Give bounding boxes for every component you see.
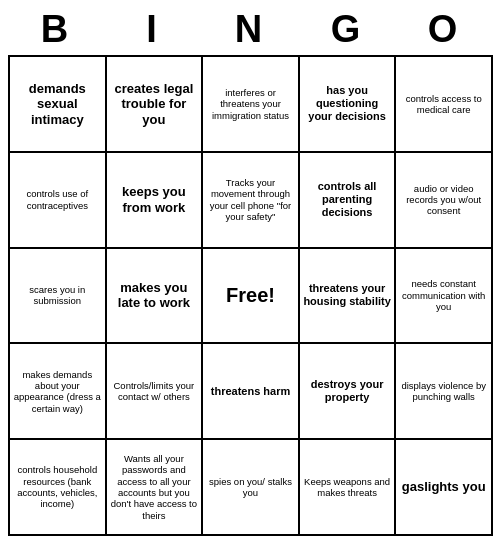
bingo-cell-14: needs constant communication with you xyxy=(396,249,493,345)
bingo-cell-18: destroys your property xyxy=(300,344,397,440)
bingo-cell-7: Tracks your movement through your cell p… xyxy=(203,153,300,249)
letter-o: O xyxy=(396,8,493,51)
bingo-cell-15: makes demands about your appearance (dre… xyxy=(10,344,107,440)
bingo-cell-0: demands sexual intimacy xyxy=(10,57,107,153)
bingo-cell-23: Keeps weapons and makes threats xyxy=(300,440,397,536)
bingo-cell-5: controls use of contraceptives xyxy=(10,153,107,249)
bingo-cell-13: threatens your housing stability xyxy=(300,249,397,345)
bingo-cell-9: audio or video records you w/out consent xyxy=(396,153,493,249)
bingo-cell-8: controls all parenting decisions xyxy=(300,153,397,249)
bingo-cell-24: gaslights you xyxy=(396,440,493,536)
bingo-cell-16: Controls/limits your contact w/ others xyxy=(107,344,204,440)
bingo-cell-2: interferes or threatens your immigration… xyxy=(203,57,300,153)
letter-b: B xyxy=(8,8,105,51)
bingo-cell-19: displays violence by punching walls xyxy=(396,344,493,440)
bingo-cell-6: keeps you from work xyxy=(107,153,204,249)
letter-n: N xyxy=(202,8,299,51)
bingo-grid: demands sexual intimacycreates legal tro… xyxy=(8,55,493,536)
bingo-header: B I N G O xyxy=(8,8,493,51)
bingo-cell-17: threatens harm xyxy=(203,344,300,440)
bingo-cell-4: controls access to medical care xyxy=(396,57,493,153)
letter-g: G xyxy=(299,8,396,51)
bingo-cell-1: creates legal trouble for you xyxy=(107,57,204,153)
letter-i: I xyxy=(105,8,202,51)
bingo-cell-11: makes you late to work xyxy=(107,249,204,345)
bingo-cell-21: Wants all your passwords and access to a… xyxy=(107,440,204,536)
bingo-cell-10: scares you in submission xyxy=(10,249,107,345)
bingo-cell-20: controls household resources (bank accou… xyxy=(10,440,107,536)
bingo-cell-3: has you questioning your decisions xyxy=(300,57,397,153)
bingo-cell-12: Free! xyxy=(203,249,300,345)
bingo-cell-22: spies on you/ stalks you xyxy=(203,440,300,536)
